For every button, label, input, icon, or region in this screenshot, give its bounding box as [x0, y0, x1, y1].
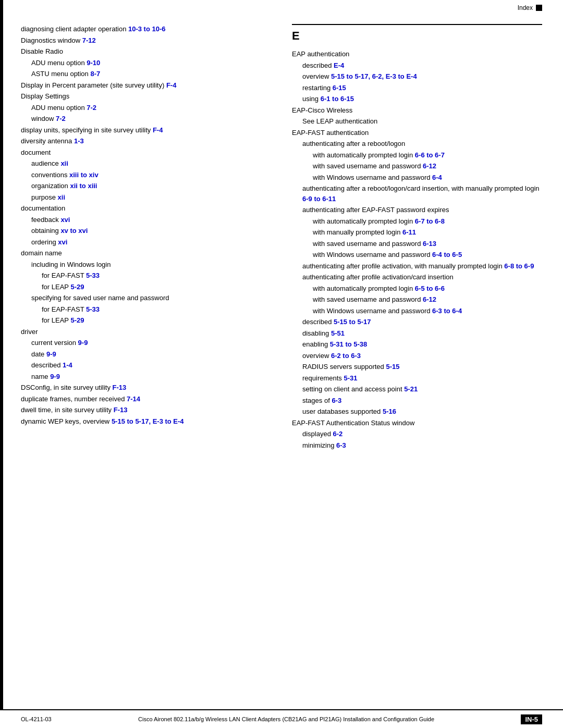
entry-link[interactable]: 10-3 to 10-6 [128, 25, 166, 33]
entry-link[interactable]: xvi [58, 238, 67, 246]
entry-link[interactable]: 6-3 to 6-4 [432, 307, 462, 315]
entry-link[interactable]: 6-5 to 6-6 [415, 285, 445, 292]
list-item: including in Windows login [21, 260, 271, 270]
entry-link[interactable]: 9-9 [46, 350, 56, 358]
entry-link[interactable]: 6-4 [432, 174, 442, 181]
list-item: user databases supported 5-16 [292, 406, 542, 417]
entry-text: name [31, 373, 50, 380]
entry-link[interactable]: 6-15 [333, 84, 346, 92]
entry-link[interactable]: 6-12 [423, 162, 436, 170]
list-item: EAP authentication [292, 49, 542, 59]
entry-text: audience [31, 159, 60, 167]
entry-link[interactable]: 5-51 [331, 329, 345, 337]
entry-link[interactable]: xii to xiii [70, 182, 97, 190]
entry-text: dwell time, in site survey utility [21, 406, 114, 414]
entry-link[interactable]: xv to xvi [60, 227, 88, 235]
entry-text: with saved username and password [313, 240, 423, 248]
entry-text: for EAP-FAST [42, 305, 86, 313]
entry-text: diversity antenna [21, 137, 74, 145]
entry-link[interactable]: 6-12 [423, 295, 436, 303]
header-square [536, 5, 542, 11]
entry-link[interactable]: 5-29 [70, 283, 84, 291]
list-item: requirements 5-31 [292, 373, 542, 384]
list-item: ADU menu option 7-2 [21, 103, 271, 113]
entry-text: for EAP-FAST [42, 272, 86, 279]
list-item: dwell time, in site survey utility F-13 [21, 405, 271, 415]
entry-link[interactable]: 6-2 to 6-3 [331, 352, 361, 360]
entry-link[interactable]: 9-9 [78, 339, 88, 347]
entry-link[interactable]: 6-1 to 6-15 [321, 95, 354, 103]
entry-link[interactable]: 5-33 [86, 305, 100, 313]
entry-text: authenticating after a reboot/logon/card… [302, 184, 540, 192]
list-item: for EAP-FAST 5-33 [21, 304, 271, 315]
entry-link[interactable]: 5-33 [86, 272, 100, 279]
list-item: EAP-Cisco Wireless [292, 105, 542, 116]
entry-text: purpose [31, 193, 58, 201]
entry-link[interactable]: 5-16 [383, 408, 396, 415]
entry-link[interactable]: 7-2 [56, 115, 66, 122]
entry-link[interactable]: 9-9 [50, 373, 60, 380]
entry-link[interactable]: 5-31 [344, 374, 357, 382]
list-item: ordering xvi [21, 237, 271, 248]
left-column: diagnosing client adapter operation 10-3… [21, 24, 271, 451]
entry-text: with manually prompted login [313, 228, 402, 236]
list-item: dynamic WEP keys, overview 5-15 to 5-17,… [21, 416, 271, 427]
entry-text: display units, specifying in site survey… [21, 126, 153, 134]
list-item: organization xii to xiii [21, 181, 271, 191]
list-item: overview 6-2 to 6-3 [292, 351, 542, 361]
entry-text: including in Windows login [31, 261, 111, 268]
entry-text: with automatically prompted login [313, 217, 415, 225]
entry-text: See LEAP authentication [302, 117, 377, 125]
entry-link[interactable]: 6-13 [423, 240, 436, 248]
entry-link[interactable]: 5-15 to 5-17, E-3 to E-4 [112, 417, 184, 425]
footer-left: OL-4211-03 [21, 716, 52, 722]
entry-link[interactable]: F-4 [166, 81, 177, 89]
entry-link[interactable]: xiii to xiv [69, 171, 99, 179]
entry-link[interactable]: 6-9 to 6-11 [302, 195, 336, 203]
entry-link[interactable]: 1-3 [74, 137, 84, 145]
entry-link[interactable]: 9-10 [87, 59, 100, 67]
list-item: minimizing 6-3 [292, 440, 542, 451]
entry-link[interactable]: 5-15 to 5-17 [334, 318, 371, 326]
list-item: Diagnostics window 7-12 [21, 35, 271, 46]
entry-link[interactable]: F-13 [113, 384, 127, 391]
entry-link[interactable]: 6-11 [402, 228, 416, 236]
entry-link[interactable]: 6-3 [332, 397, 341, 404]
entry-link[interactable]: xii [60, 159, 68, 167]
entry-text: document [21, 149, 51, 156]
list-item: date 9-9 [21, 349, 271, 360]
entry-text: described [302, 61, 334, 69]
entry-link[interactable]: 5-21 [404, 385, 418, 393]
entry-link[interactable]: 6-6 to 6-7 [415, 151, 445, 159]
entry-link[interactable]: 6-3 [336, 441, 346, 449]
list-item: Disable Radio [21, 46, 271, 57]
entry-link[interactable]: xvi [60, 216, 70, 224]
entry-text: EAP-FAST Authentication Status window [292, 419, 414, 427]
entry-link[interactable]: xii [58, 193, 65, 201]
entry-text: for LEAP [42, 316, 70, 324]
list-item: driver [21, 327, 271, 337]
entry-link[interactable]: 5-15 to 5-17, 6-2, E-3 to E-4 [331, 72, 417, 80]
entry-link[interactable]: 7-14 [127, 395, 140, 403]
entry-link[interactable]: E-4 [334, 61, 344, 69]
entry-link[interactable]: 5-15 [386, 363, 399, 371]
entry-link[interactable]: 7-2 [87, 104, 96, 112]
entry-link[interactable]: 6-8 to 6-9 [504, 262, 534, 270]
entry-link[interactable]: 7-12 [82, 36, 96, 44]
entry-link[interactable]: 6-2 [333, 430, 343, 438]
list-item: with Windows username and password 6-4 t… [292, 250, 542, 260]
list-item: authenticating after a reboot/logon [292, 139, 542, 149]
entry-link[interactable]: 6-4 to 6-5 [432, 251, 462, 258]
entry-link[interactable]: F-4 [153, 126, 163, 134]
entry-text: EAP-FAST authentication [292, 129, 369, 137]
entry-text: stages of [302, 397, 332, 404]
list-item: conventions xiii to xiv [21, 170, 271, 180]
entry-link[interactable]: 8-7 [90, 70, 100, 78]
entry-link[interactable]: F-13 [114, 406, 128, 414]
entry-link[interactable]: 6-7 to 6-8 [415, 217, 445, 225]
entry-link[interactable]: 1-4 [63, 361, 72, 369]
list-item: Display Settings [21, 91, 271, 102]
entry-link[interactable]: 5-29 [70, 316, 84, 324]
list-item: current version 9-9 [21, 338, 271, 348]
entry-link[interactable]: 5-31 to 5-38 [330, 340, 368, 348]
